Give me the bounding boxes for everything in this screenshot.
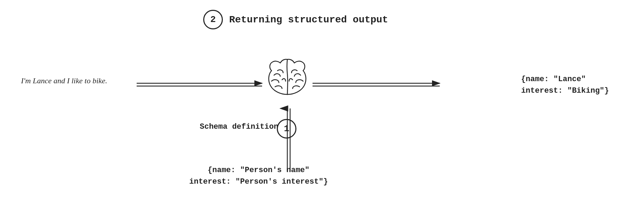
output-line2: interest: "Biking"}: [521, 86, 609, 95]
step1-area: 1: [277, 119, 296, 139]
step2-label: Returning structured output: [229, 14, 388, 25]
input-text-value: I'm Lance and I like to bike.: [21, 76, 107, 85]
step2-number: 2: [210, 14, 216, 25]
schema-definition-label: Schema definition: [200, 122, 278, 131]
output-json: {name: "Lance" interest: "Biking"}: [521, 73, 609, 97]
output-line1: {name: "Lance": [521, 75, 586, 84]
step2-area: 2 Returning structured output: [203, 10, 388, 29]
step1-number: 1: [284, 123, 289, 134]
schema-json-line2: interest: "Person's interest"}: [189, 177, 328, 186]
schema-json: {name: "Person's name" interest: "Person…: [189, 164, 328, 188]
schema-json-line1: {name: "Person's name": [208, 166, 309, 175]
step2-badge: 2: [203, 10, 223, 29]
input-text: I'm Lance and I like to bike.: [21, 76, 107, 85]
step1-badge: 1: [277, 119, 296, 139]
diagram-container: 2 Returning structured output I'm Lance …: [0, 0, 644, 198]
brain-icon: [263, 56, 312, 105]
